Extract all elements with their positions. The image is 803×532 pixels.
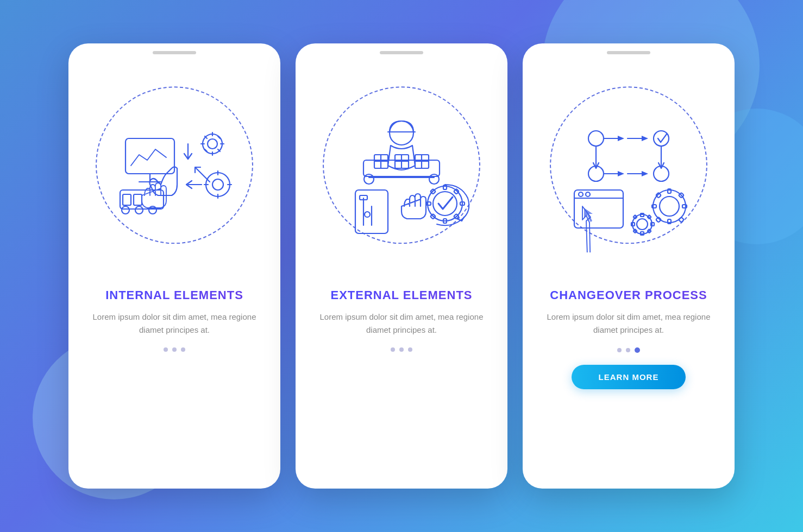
changeover-process-illustration xyxy=(547,90,710,252)
card-2-body: Lorem ipsum dolor sit dim amet, mea regi… xyxy=(296,306,507,337)
svg-marker-65 xyxy=(642,136,648,141)
svg-point-87 xyxy=(632,214,652,234)
svg-point-49 xyxy=(433,192,457,216)
dot-2-3 xyxy=(408,347,412,352)
card-internal-elements: INTERNAL ELEMENTS Lorem ipsum dolor sit … xyxy=(68,43,280,489)
svg-point-25 xyxy=(135,206,143,214)
illustration-area-1 xyxy=(68,54,280,282)
svg-point-58 xyxy=(588,131,604,146)
card-3-title: CHANGEOVER PROCESS xyxy=(534,282,723,306)
dot-1-3 xyxy=(181,347,185,352)
dot-1-1 xyxy=(164,347,168,352)
card-1-body: Lorem ipsum dolor sit dim amet, mea regi… xyxy=(68,306,280,337)
dot-3-1 xyxy=(617,348,622,352)
svg-point-74 xyxy=(579,192,583,197)
cards-container: INTERNAL ELEMENTS Lorem ipsum dolor sit … xyxy=(68,43,735,489)
svg-marker-67 xyxy=(618,171,624,176)
card-1-title: INTERNAL ELEMENTS xyxy=(89,282,260,306)
svg-point-46 xyxy=(365,212,370,217)
card-1-dots xyxy=(164,347,185,352)
card-external-elements: EXTERNAL ELEMENTS Lorem ipsum dolor sit … xyxy=(296,43,507,489)
dot-1-2 xyxy=(172,347,177,352)
svg-rect-22 xyxy=(123,194,131,205)
svg-point-16 xyxy=(212,179,223,190)
svg-point-32 xyxy=(429,174,439,184)
external-elements-illustration xyxy=(320,90,483,252)
svg-point-59 xyxy=(654,131,669,146)
svg-rect-85 xyxy=(656,217,661,223)
card-changeover-process: CHANGEOVER PROCESS Lorem ipsum dolor sit… xyxy=(523,43,735,489)
internal-elements-illustration xyxy=(93,90,256,252)
svg-rect-86 xyxy=(679,217,684,223)
illustration-area-2 xyxy=(296,54,507,282)
card-3-dots xyxy=(617,347,640,353)
svg-point-88 xyxy=(637,219,648,230)
card-3-body: Lorem ipsum dolor sit dim amet, mea regi… xyxy=(523,306,735,337)
svg-point-15 xyxy=(206,173,230,197)
dot-3-2 xyxy=(626,348,630,352)
svg-point-24 xyxy=(122,206,129,214)
svg-point-78 xyxy=(660,197,679,216)
learn-more-button[interactable]: LEARN MORE xyxy=(572,365,686,389)
svg-point-75 xyxy=(586,192,590,197)
svg-point-31 xyxy=(364,174,374,184)
svg-marker-69 xyxy=(642,171,648,176)
card-2-title: EXTERNAL ELEMENTS xyxy=(314,282,488,306)
svg-point-6 xyxy=(208,139,217,149)
svg-marker-63 xyxy=(618,136,624,141)
illustration-area-3 xyxy=(523,54,735,282)
svg-rect-23 xyxy=(134,194,142,205)
card-2-dots xyxy=(391,347,412,352)
svg-line-4 xyxy=(196,168,210,182)
dot-2-2 xyxy=(399,347,404,352)
svg-point-28 xyxy=(390,121,413,145)
dot-3-3 xyxy=(635,347,640,353)
dot-2-1 xyxy=(391,347,395,352)
